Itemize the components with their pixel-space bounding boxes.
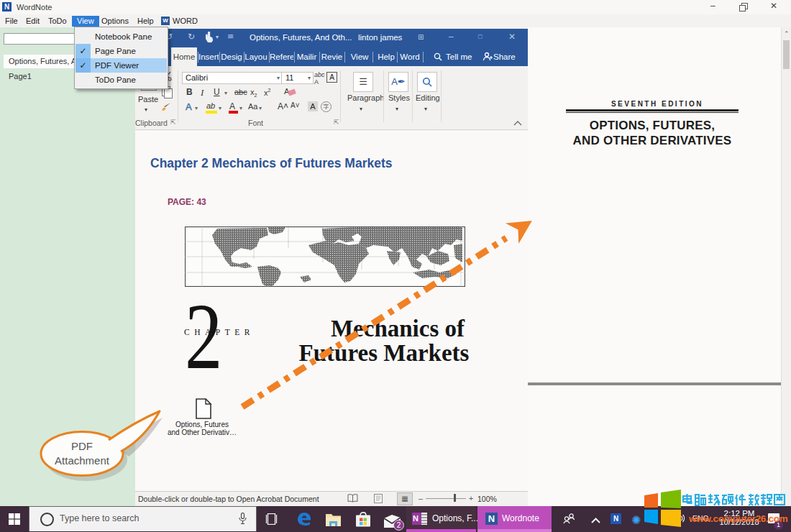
svg-text:PDF: PDF [71,440,93,452]
svg-text:Attachment: Attachment [55,454,110,467]
